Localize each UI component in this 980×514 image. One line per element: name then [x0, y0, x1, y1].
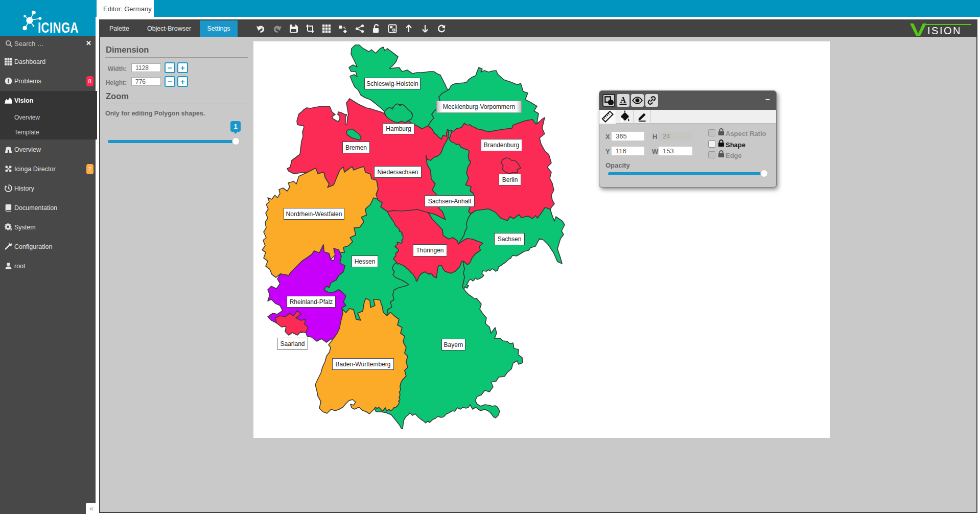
svg-text:A: A: [620, 96, 626, 104]
svg-text:ICINGA: ICINGA: [38, 19, 79, 36]
svg-text:ISION: ISION: [927, 25, 962, 36]
